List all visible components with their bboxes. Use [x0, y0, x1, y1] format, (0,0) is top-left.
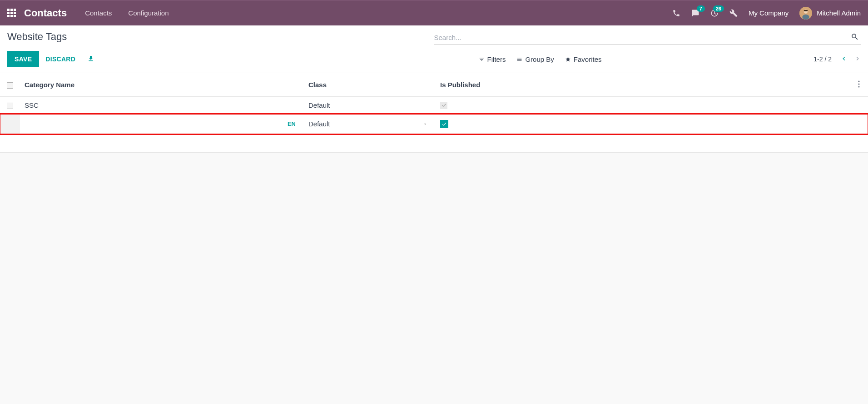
table-footer-gap — [0, 135, 868, 153]
svg-point-6 — [858, 86, 859, 87]
cell-name[interactable]: SSC — [20, 97, 304, 114]
search-input[interactable] — [434, 31, 849, 44]
activities-icon[interactable]: 26 — [710, 9, 719, 17]
export-icon[interactable] — [87, 55, 94, 64]
records-table: Category Name Class Is Published SSC Def… — [0, 73, 868, 135]
page-title: Website Tags — [7, 31, 434, 43]
phone-icon[interactable] — [672, 9, 680, 17]
user-menu[interactable]: Mitchell Admin — [799, 7, 861, 20]
cell-class[interactable]: Default — [304, 97, 436, 114]
favorites-button[interactable]: Favorites — [565, 55, 602, 63]
pager-text[interactable]: 1-2 / 2 — [813, 55, 832, 63]
col-header-name[interactable]: Category Name — [20, 73, 304, 97]
activities-badge: 26 — [713, 5, 724, 12]
pager-next[interactable] — [854, 55, 861, 63]
company-selector[interactable]: My Company — [749, 9, 789, 17]
svg-point-2 — [803, 14, 809, 19]
chevron-down-icon — [423, 120, 427, 128]
svg-point-4 — [858, 80, 859, 82]
table-edit-row[interactable]: EN Default — [0, 114, 868, 134]
svg-point-5 — [858, 83, 859, 85]
name-input[interactable] — [25, 118, 288, 130]
apps-icon[interactable] — [7, 9, 16, 17]
table-header-row: Category Name Class Is Published — [0, 73, 868, 97]
control-panel: Website Tags SAVE DISCARD Filters — [0, 25, 868, 73]
save-button[interactable]: SAVE — [7, 51, 39, 67]
top-navbar: Contacts Contacts Configuration 7 26 My … — [0, 0, 868, 25]
published-checkbox[interactable] — [440, 120, 448, 128]
cell-published[interactable] — [436, 97, 850, 114]
messages-badge: 7 — [697, 5, 705, 12]
language-badge[interactable]: EN — [288, 120, 299, 127]
username: Mitchell Admin — [817, 9, 861, 17]
table-row[interactable]: SSC Default — [0, 97, 868, 114]
class-select[interactable]: Default — [308, 120, 431, 128]
search-bar[interactable] — [434, 31, 861, 45]
groupby-button[interactable]: Group By — [516, 55, 554, 63]
avatar — [799, 7, 812, 20]
favorites-label: Favorites — [574, 55, 602, 63]
class-select-value: Default — [308, 120, 330, 128]
col-header-class[interactable]: Class — [304, 73, 436, 97]
groupby-label: Group By — [525, 55, 554, 63]
search-icon[interactable] — [849, 31, 861, 44]
messages-icon[interactable]: 7 — [691, 9, 699, 17]
col-header-published[interactable]: Is Published — [436, 73, 850, 97]
svg-rect-3 — [804, 10, 808, 11]
filters-label: Filters — [487, 55, 506, 63]
app-brand[interactable]: Contacts — [24, 7, 67, 19]
columns-menu-icon[interactable] — [858, 81, 860, 89]
row-checkbox[interactable] — [7, 103, 13, 109]
select-all-checkbox[interactable] — [7, 82, 13, 89]
nav-contacts[interactable]: Contacts — [85, 9, 112, 17]
discard-button[interactable]: DISCARD — [45, 55, 75, 63]
debug-icon[interactable] — [729, 9, 738, 17]
nav-configuration[interactable]: Configuration — [128, 9, 169, 17]
check-icon — [440, 102, 447, 109]
pager-prev[interactable] — [841, 55, 847, 63]
filters-button[interactable]: Filters — [479, 55, 506, 63]
